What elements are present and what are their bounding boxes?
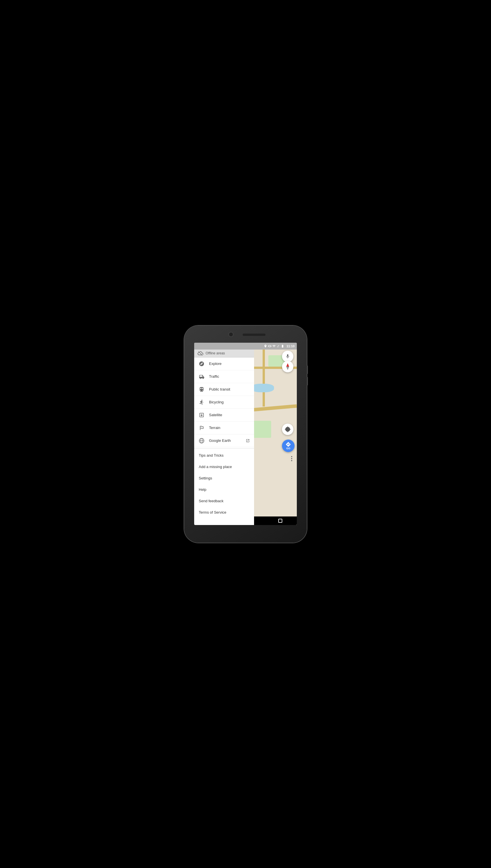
location-status-icon: [264, 344, 267, 348]
offline-icon: [198, 350, 203, 356]
menu-label-earth: Google Earth: [209, 438, 246, 443]
compass-button[interactable]: [282, 361, 293, 372]
map-water: [251, 384, 274, 392]
compass-south: [286, 367, 289, 370]
dot: [291, 458, 292, 459]
side-drawer: Offline areas Explore Traffic: [194, 349, 254, 525]
menu-item-tos[interactable]: Terms of Service: [194, 507, 254, 518]
wifi-icon: [272, 344, 276, 348]
map-road: [263, 349, 265, 406]
terrain-icon: [198, 425, 205, 431]
earpiece: [243, 334, 265, 336]
menu-item-public-transit[interactable]: Public transit: [194, 383, 254, 396]
directions-icon: [285, 441, 291, 447]
menu-item-feedback[interactable]: Send feedback: [194, 495, 254, 507]
mic-icon: [285, 354, 290, 359]
menu-label-transit: Public transit: [209, 387, 250, 392]
location-button[interactable]: [282, 424, 293, 435]
menu-item-terrain[interactable]: Terrain: [194, 422, 254, 434]
satellite-icon: [198, 412, 205, 418]
explore-icon: [198, 360, 205, 367]
menu-item-traffic[interactable]: Traffic: [194, 370, 254, 383]
earth-icon: [198, 437, 205, 444]
vibrate-icon: [268, 344, 271, 348]
bike-icon: [198, 399, 205, 406]
signal-icon: [277, 344, 280, 348]
menu-label-traffic: Traffic: [209, 374, 250, 379]
menu-item-tips[interactable]: Tips and Tricks: [194, 450, 254, 461]
vol-down-button[interactable]: [307, 377, 308, 385]
front-camera: [228, 332, 233, 337]
drawer-header[interactable]: Offline areas: [194, 349, 254, 358]
dot: [291, 456, 292, 457]
menu-item-add-place[interactable]: Add a missing place: [194, 461, 254, 473]
drawer-header-title: Offline areas: [206, 351, 225, 355]
menu-label-satellite: Satellite: [209, 413, 250, 417]
traffic-icon: [198, 373, 205, 380]
go-button[interactable]: GO: [282, 439, 294, 452]
dot: [291, 460, 292, 461]
menu-label-terrain: Terrain: [209, 426, 250, 430]
screen-content: GO Offline areas: [194, 349, 297, 525]
vol-up-button[interactable]: [307, 366, 308, 374]
battery-icon: [281, 344, 284, 348]
menu-item-explore[interactable]: Explore: [194, 358, 254, 370]
menu-divider: [194, 448, 254, 449]
menu-item-satellite[interactable]: Satellite: [194, 409, 254, 422]
phone-frame: 11:10: [184, 326, 307, 543]
more-options-button[interactable]: [291, 456, 292, 461]
menu-item-help[interactable]: Help: [194, 484, 254, 495]
status-icons: [264, 344, 284, 348]
menu-item-google-earth[interactable]: Google Earth: [194, 434, 254, 447]
compass-north: [286, 363, 289, 367]
mic-button[interactable]: [282, 351, 293, 362]
location-icon: [285, 426, 291, 432]
menu-label-bicycling: Bicycling: [209, 400, 250, 404]
menu-label-explore: Explore: [209, 362, 250, 366]
status-time: 11:10: [287, 344, 294, 348]
external-link-icon: [246, 438, 250, 443]
transit-icon: [198, 386, 205, 393]
menu-item-bicycling[interactable]: Bicycling: [194, 396, 254, 409]
phone-screen: 11:10: [194, 343, 297, 525]
go-label: GO: [286, 447, 290, 450]
status-bar: 11:10: [194, 343, 297, 349]
menu-item-settings[interactable]: Settings: [194, 473, 254, 484]
recents-button[interactable]: [278, 519, 282, 523]
